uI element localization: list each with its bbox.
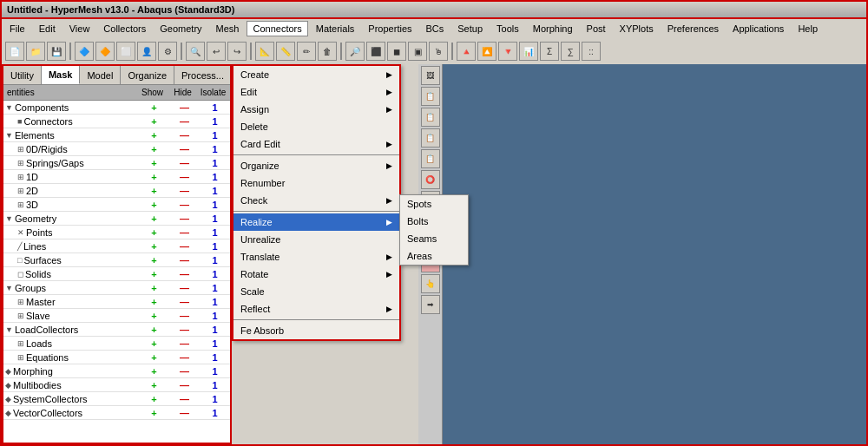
- dropdown-item-card-edit[interactable]: Card Edit▶: [233, 135, 399, 153]
- entity-show-btn[interactable]: +: [139, 144, 169, 154]
- entity-hide-btn[interactable]: —: [169, 144, 200, 154]
- menu-item-connectors[interactable]: Connectors: [247, 21, 307, 36]
- entity-show-btn[interactable]: +: [139, 172, 169, 182]
- entity-show-btn[interactable]: +: [139, 366, 169, 377]
- entity-hide-btn[interactable]: —: [169, 186, 200, 196]
- toolbar-btn-19[interactable]: 🔼: [477, 42, 496, 61]
- entity-hide-btn[interactable]: —: [169, 283, 200, 293]
- dropdown-item-translate[interactable]: Translate▶: [233, 248, 399, 266]
- toolbar-btn-open[interactable]: 📁: [26, 42, 45, 61]
- toolbar-btn-4[interactable]: 👤: [137, 42, 156, 61]
- menu-item-setup[interactable]: Setup: [451, 21, 489, 36]
- menu-item-xyplots[interactable]: XYPlots: [614, 21, 660, 36]
- menu-item-bcs[interactable]: BCs: [420, 21, 450, 36]
- side-btn-6[interactable]: ⭕: [421, 170, 440, 189]
- entity-show-btn[interactable]: +: [139, 352, 169, 363]
- entity-hide-btn[interactable]: —: [169, 297, 200, 307]
- entity-row[interactable]: ▼Elements+—1: [3, 128, 230, 142]
- dropdown-item-fe-absorb[interactable]: Fe Absorb: [233, 322, 399, 339]
- submenu-item-bolts[interactable]: Bolts: [400, 213, 468, 230]
- entity-show-btn[interactable]: +: [139, 116, 169, 127]
- tab-utility[interactable]: Utility: [3, 66, 42, 84]
- toolbar-btn-12[interactable]: 🗑: [318, 42, 337, 61]
- entity-row[interactable]: ╱Lines+—1: [3, 239, 230, 253]
- toolbar-btn-24[interactable]: ::: [582, 42, 601, 61]
- side-btn-3[interactable]: 📋: [421, 108, 440, 127]
- toolbar-btn-10[interactable]: 📏: [276, 42, 295, 61]
- menu-item-morphing[interactable]: Morphing: [527, 21, 579, 36]
- entity-row[interactable]: ◆Multibodies+—1: [3, 378, 230, 392]
- entity-row[interactable]: ◆SystemCollectors+—1: [3, 392, 230, 406]
- dropdown-item-renumber[interactable]: Renumber: [233, 174, 399, 192]
- entity-row[interactable]: ▼LoadCollectors+—1: [3, 323, 230, 337]
- entity-show-btn[interactable]: +: [139, 227, 169, 238]
- toolbar-btn-8[interactable]: ↪: [227, 42, 247, 61]
- entity-hide-btn[interactable]: —: [169, 158, 200, 168]
- menu-item-geometry[interactable]: Geometry: [154, 21, 207, 36]
- entity-row[interactable]: ⊞2D+—1: [3, 184, 230, 198]
- dropdown-item-unrealize[interactable]: Unrealize: [233, 231, 399, 248]
- menu-item-preferences[interactable]: Preferences: [661, 21, 725, 36]
- dropdown-item-scale[interactable]: Scale: [233, 283, 399, 300]
- toolbar-btn-16[interactable]: ▣: [408, 42, 427, 61]
- side-btn-12[interactable]: ➡: [421, 295, 440, 314]
- dropdown-item-assign[interactable]: Assign▶: [233, 101, 399, 118]
- entity-row[interactable]: ◻Solids+—1: [3, 267, 230, 281]
- submenu-item-spots[interactable]: Spots: [400, 195, 468, 213]
- toolbar-btn-11[interactable]: ✏: [297, 42, 316, 61]
- toolbar-btn-6[interactable]: 🔍: [186, 42, 205, 61]
- entity-hide-btn[interactable]: —: [169, 255, 200, 266]
- entity-row[interactable]: ▼Components+—1: [3, 101, 230, 115]
- toolbar-btn-2[interactable]: 🔶: [95, 42, 115, 61]
- entity-row[interactable]: ⊞Springs/Gaps+—1: [3, 156, 230, 170]
- entity-hide-btn[interactable]: —: [169, 269, 200, 279]
- toolbar-btn-1[interactable]: 🔷: [75, 42, 94, 61]
- dropdown-item-organize[interactable]: Organize▶: [233, 157, 399, 174]
- entity-show-btn[interactable]: +: [139, 269, 169, 279]
- entity-show-btn[interactable]: +: [139, 394, 169, 404]
- toolbar-btn-23[interactable]: ∑: [561, 42, 580, 61]
- toolbar-btn-14[interactable]: ⬛: [366, 42, 385, 61]
- entity-show-btn[interactable]: +: [139, 408, 169, 418]
- dropdown-item-edit[interactable]: Edit▶: [233, 83, 399, 101]
- menu-item-properties[interactable]: Properties: [362, 21, 418, 36]
- entity-show-btn[interactable]: +: [139, 102, 169, 113]
- toolbar-btn-7[interactable]: ↩: [207, 42, 226, 61]
- toolbar-btn-15[interactable]: ◼: [387, 42, 406, 61]
- entity-hide-btn[interactable]: —: [169, 380, 200, 390]
- dropdown-item-check[interactable]: Check▶: [233, 192, 399, 209]
- menu-item-post[interactable]: Post: [581, 21, 612, 36]
- entity-hide-btn[interactable]: —: [169, 311, 200, 321]
- entity-row[interactable]: ⊞Slave+—1: [3, 309, 230, 323]
- toolbar-btn-13[interactable]: 🔎: [345, 42, 365, 61]
- entity-row[interactable]: ▼Geometry+—1: [3, 212, 230, 226]
- entity-row[interactable]: ⊞3D+—1: [3, 198, 230, 212]
- entity-row[interactable]: ⊞Master+—1: [3, 295, 230, 309]
- entity-hide-btn[interactable]: —: [169, 130, 200, 141]
- entity-show-btn[interactable]: +: [139, 325, 169, 335]
- menu-item-collectors[interactable]: Collectors: [97, 21, 152, 36]
- dropdown-item-delete[interactable]: Delete: [233, 118, 399, 135]
- entity-hide-btn[interactable]: —: [169, 102, 200, 113]
- side-btn-5[interactable]: 📋: [421, 149, 440, 168]
- menu-item-applications[interactable]: Applications: [727, 21, 790, 36]
- menu-item-materials[interactable]: Materials: [310, 21, 361, 36]
- dropdown-item-realize[interactable]: Realize▶: [233, 213, 399, 231]
- toolbar-btn-9[interactable]: 📐: [255, 42, 274, 61]
- submenu-item-areas[interactable]: Areas: [400, 247, 468, 265]
- dropdown-item-rotate[interactable]: Rotate▶: [233, 266, 399, 283]
- entity-row[interactable]: ◆VectorCollectors+—1: [3, 406, 230, 420]
- entity-hide-btn[interactable]: —: [169, 394, 200, 404]
- side-btn-2[interactable]: 📋: [421, 87, 440, 106]
- entity-hide-btn[interactable]: —: [169, 352, 200, 363]
- entity-show-btn[interactable]: +: [139, 311, 169, 321]
- entity-row[interactable]: ✕Points+—1: [3, 226, 230, 239]
- entity-hide-btn[interactable]: —: [169, 325, 200, 335]
- viewport[interactable]: [443, 64, 866, 444]
- toolbar-btn-21[interactable]: 📊: [519, 42, 538, 61]
- toolbar-btn-3[interactable]: ⬜: [116, 42, 135, 61]
- submenu-item-seams[interactable]: Seams: [400, 230, 468, 247]
- entity-hide-btn[interactable]: —: [169, 338, 200, 349]
- menu-item-tools[interactable]: Tools: [490, 21, 525, 36]
- dropdown-item-create[interactable]: Create▶: [233, 66, 399, 83]
